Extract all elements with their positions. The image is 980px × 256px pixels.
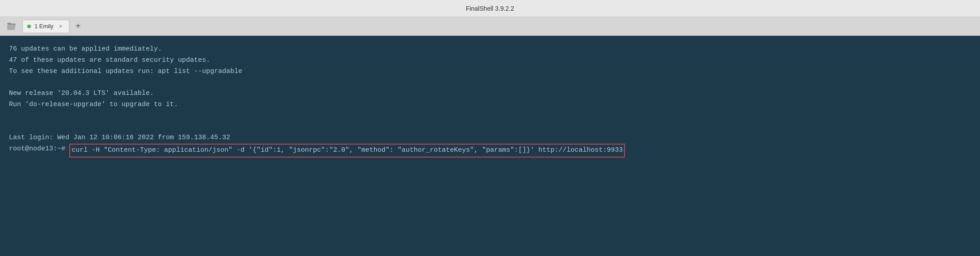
terminal-line-empty (9, 121, 971, 132)
app-title: FinalShell 3.9.2.2 (466, 5, 514, 12)
terminal-command: curl -H "Content-Type: application/json"… (69, 144, 625, 158)
folder-button[interactable] (4, 20, 20, 33)
title-bar: FinalShell 3.9.2.2 (0, 0, 980, 17)
new-tab-button[interactable]: + (72, 20, 84, 33)
tab-bar: 1 Emily × + (0, 17, 980, 36)
terminal-line-empty (9, 77, 971, 88)
terminal-line-empty (9, 111, 971, 122)
prompt-text: root@node13:~# (9, 144, 69, 155)
folder-open-icon (7, 22, 17, 30)
terminal-line: New release '20.04.3 LTS' available. (9, 88, 971, 99)
terminal-line: To see these additional updates run: apt… (9, 66, 971, 77)
terminal-area[interactable]: 76 updates can be applied immediately. 4… (0, 36, 980, 256)
terminal-line: 76 updates can be applied immediately. (9, 44, 971, 55)
session-tab[interactable]: 1 Emily × (22, 20, 69, 33)
tab-close-button[interactable]: × (57, 23, 64, 30)
terminal-line: Last login: Wed Jan 12 10:06:16 2022 fro… (9, 132, 971, 144)
terminal-line: 47 of these updates are standard securit… (9, 55, 971, 66)
connection-indicator (27, 25, 31, 28)
terminal-prompt-line: root@node13:~# curl -H "Content-Type: ap… (9, 144, 971, 158)
tab-label: 1 Emily (34, 23, 54, 30)
terminal-line: Run 'do-release-upgrade' to upgrade to i… (9, 99, 971, 111)
